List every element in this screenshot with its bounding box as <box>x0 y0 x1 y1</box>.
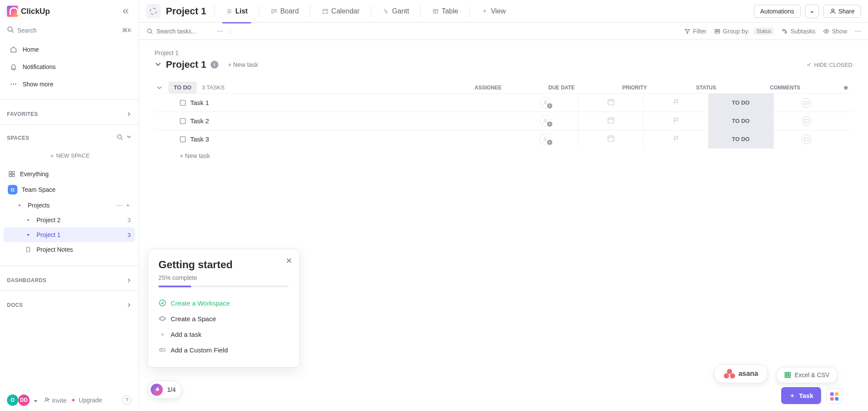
subtasks-button[interactable]: Subtasks <box>782 28 815 35</box>
help-button[interactable]: ? <box>122 395 132 405</box>
status-chip[interactable]: TO DO <box>168 82 197 93</box>
col-due-date[interactable]: DUE DATE <box>548 85 587 91</box>
avatar-1[interactable]: O <box>7 395 18 406</box>
add-task-link[interactable]: + New task <box>228 61 258 68</box>
cell-comments[interactable] <box>773 94 838 112</box>
tab-list[interactable]: List <box>222 5 251 18</box>
calendar-icon <box>322 8 329 15</box>
tree-projects[interactable]: • Projects ⋯ ＋ <box>3 198 135 213</box>
favorites-label[interactable]: FAVORITES <box>7 111 38 117</box>
col-comments[interactable]: COMMENTS <box>770 85 809 91</box>
close-button[interactable]: ✕ <box>286 256 292 266</box>
filter-button[interactable]: Filter <box>684 28 706 35</box>
task-name[interactable]: Task 3 <box>190 135 209 143</box>
asana-pill[interactable]: asana <box>714 364 768 383</box>
cell-comments[interactable] <box>773 130 838 148</box>
favorites-expand[interactable] <box>126 112 132 117</box>
tree-project-1[interactable]: • Project 1 3 <box>3 227 135 242</box>
automations-menu-button[interactable] <box>805 4 819 18</box>
breadcrumb[interactable]: Project 1 <box>155 49 852 56</box>
task-search-input[interactable] <box>156 28 208 35</box>
cell-assignee[interactable]: + <box>513 130 578 148</box>
onboarding-pill[interactable]: 1/4 <box>148 381 182 399</box>
tree-team-space[interactable]: Team Space <box>3 181 135 198</box>
svg-rect-16 <box>323 9 328 13</box>
cell-priority[interactable] <box>643 112 708 130</box>
task-name[interactable]: ‎Task 1 <box>190 99 209 106</box>
nav-notifications[interactable]: Notifications <box>3 59 135 75</box>
show-button[interactable]: Show <box>823 28 847 35</box>
create-task-button[interactable]: ＋ Task <box>781 387 821 404</box>
group-by-button[interactable]: Group by:Status <box>714 27 774 35</box>
new-space-button[interactable]: ＋ NEW SPACE <box>7 148 132 163</box>
col-priority[interactable]: PRIORITY <box>622 85 661 91</box>
upgrade-button[interactable]: ✦ Upgrade <box>71 397 102 404</box>
cell-priority[interactable] <box>643 130 708 148</box>
col-assignee[interactable]: ASSIGNEE <box>475 85 514 91</box>
dashboards-expand[interactable] <box>126 278 132 283</box>
nav-show-more[interactable]: Show more <box>3 76 135 92</box>
share-button[interactable]: Share <box>823 5 861 18</box>
logo[interactable]: ClickUp <box>7 6 50 17</box>
apps-button[interactable] <box>826 388 842 404</box>
avatar-menu-button[interactable] <box>34 397 37 404</box>
group-collapse-button[interactable] <box>155 61 162 69</box>
cell-assignee[interactable]: + <box>513 94 578 112</box>
tab-board[interactable]: Board <box>267 5 302 18</box>
tab-add-view[interactable]: ＋View <box>478 5 509 18</box>
task-status-icon[interactable] <box>180 118 186 124</box>
tab-table[interactable]: Table <box>429 5 462 18</box>
cell-due-date[interactable] <box>578 112 643 130</box>
list-icon-button[interactable] <box>146 4 161 19</box>
docs-expand[interactable] <box>126 302 132 308</box>
task-row[interactable]: ‎Task 1 + TO DO <box>155 93 852 112</box>
new-task-inline[interactable]: + New task <box>155 148 852 159</box>
dashboards-label[interactable]: DASHBOARDS <box>7 277 46 283</box>
add-column-button[interactable]: ⊕ <box>844 85 852 91</box>
hide-closed-button[interactable]: HIDE CLOSED <box>806 62 852 68</box>
spaces-label[interactable]: SPACES <box>7 135 29 141</box>
filter-label: Filter <box>693 28 706 35</box>
invite-button[interactable]: Invite <box>44 397 66 404</box>
tree-projects-actions[interactable]: ⋯ ＋ <box>116 201 131 209</box>
task-search[interactable] <box>146 27 208 35</box>
info-button[interactable]: i <box>211 61 218 69</box>
spaces-search-button[interactable] <box>117 134 123 141</box>
task-status-icon[interactable] <box>180 100 186 106</box>
tree-project-notes[interactable]: Project Notes <box>3 242 135 257</box>
cell-status[interactable]: TO DO <box>708 94 773 112</box>
spaces-collapse-button[interactable] <box>126 134 132 141</box>
tab-calendar[interactable]: Calendar <box>318 5 363 18</box>
status-collapse-button[interactable] <box>155 83 164 92</box>
gs-item-space[interactable]: Create a Space <box>158 311 289 326</box>
gs-item-custom-field[interactable]: Add a Custom Field <box>158 342 289 358</box>
cell-comments[interactable] <box>773 112 838 130</box>
cell-assignee[interactable]: + <box>513 112 578 130</box>
gs-item-task[interactable]: ＋Add a task <box>158 326 289 342</box>
tab-gantt[interactable]: Gantt <box>379 5 413 18</box>
task-name[interactable]: ‎Task 2 <box>190 117 209 125</box>
collapse-sidebar-button[interactable] <box>119 5 132 17</box>
cell-priority[interactable] <box>643 94 708 112</box>
task-status-icon[interactable] <box>180 136 186 142</box>
cell-due-date[interactable] <box>578 130 643 148</box>
cell-status[interactable]: TO DO <box>708 130 773 148</box>
task-row[interactable]: Task 3 + TO DO <box>155 130 852 148</box>
nav-home[interactable]: Home <box>3 41 135 58</box>
excel-csv-pill[interactable]: Excel & CSV <box>776 367 838 383</box>
col-status[interactable]: STATUS <box>696 85 735 91</box>
search-more-button[interactable]: ⋯ <box>217 28 223 35</box>
cell-due-date[interactable] <box>578 94 643 112</box>
sidebar-search[interactable]: Search ⌘K <box>0 23 139 38</box>
toolbar-more-button[interactable]: ⋯ <box>855 28 861 35</box>
task-row[interactable]: ‎Task 2 + TO DO <box>155 112 852 130</box>
cell-status[interactable]: TO DO <box>708 112 773 130</box>
onboarding-fraction: 1/4 <box>167 386 175 393</box>
docs-label[interactable]: DOCS <box>7 302 23 308</box>
group-icon <box>714 28 720 34</box>
tree-project-2[interactable]: • Project 2 3 <box>3 213 135 227</box>
avatar-2[interactable]: DD <box>18 395 30 406</box>
gs-item-workspace[interactable]: Create a Workspace <box>158 295 289 311</box>
tree-everything[interactable]: Everything <box>3 167 135 181</box>
automations-button[interactable]: Automations <box>754 5 801 18</box>
